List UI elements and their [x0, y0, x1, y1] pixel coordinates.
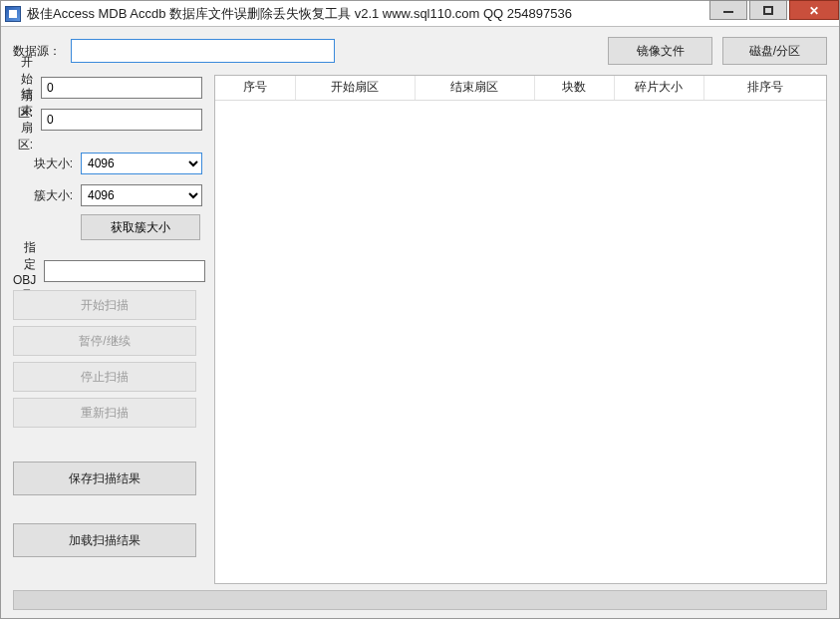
save-result-button[interactable]: 保存扫描结果 [13, 462, 196, 495]
get-cluster-size-button[interactable]: 获取簇大小 [81, 214, 200, 240]
data-source-input[interactable] [71, 39, 335, 63]
col-fragment-size[interactable]: 碎片大小 [614, 76, 703, 100]
maximize-button[interactable] [749, 0, 787, 20]
stop-scan-button[interactable]: 停止扫描 [13, 362, 196, 392]
data-source-row: 数据源： 镜像文件 磁盘/分区 [13, 37, 827, 65]
window-controls [707, 1, 839, 26]
rescan-button[interactable]: 重新扫描 [13, 398, 196, 428]
client-area: 数据源： 镜像文件 磁盘/分区 开始扇区: 结束扇区: 块大小: [1, 27, 839, 618]
col-sort-index[interactable]: 排序号 [703, 76, 826, 100]
right-panel: 序号 开始扇区 结束扇区 块数 碎片大小 排序号 [214, 75, 827, 584]
col-block-count[interactable]: 块数 [534, 76, 614, 100]
result-table[interactable]: 序号 开始扇区 结束扇区 块数 碎片大小 排序号 [214, 75, 827, 584]
block-size-label: 块大小: [13, 155, 73, 172]
obj-input[interactable] [44, 260, 205, 282]
cluster-size-select[interactable]: 4096 [81, 184, 202, 206]
start-scan-button[interactable]: 开始扫描 [13, 290, 196, 320]
image-file-button[interactable]: 镜像文件 [608, 37, 712, 65]
body-row: 开始扇区: 结束扇区: 块大小: 4096 簇大小: [13, 75, 827, 584]
table-header-row: 序号 开始扇区 结束扇区 块数 碎片大小 排序号 [215, 76, 826, 100]
load-result-button[interactable]: 加载扫描结果 [13, 523, 196, 557]
end-sector-input[interactable] [41, 109, 202, 131]
minimize-button[interactable] [709, 0, 747, 20]
status-bar [13, 590, 827, 610]
window-title: 极佳Access MDB Accdb 数据库文件误删除丢失恢复工具 v2.1 w… [27, 5, 707, 23]
col-start-sector[interactable]: 开始扇区 [295, 76, 415, 100]
close-button[interactable] [789, 0, 839, 20]
app-window: 极佳Access MDB Accdb 数据库文件误删除丢失恢复工具 v2.1 w… [0, 0, 840, 619]
table-empty-body [215, 100, 826, 568]
block-size-select[interactable]: 4096 [81, 153, 202, 174]
pause-resume-button[interactable]: 暂停/继续 [13, 326, 196, 356]
col-end-sector[interactable]: 结束扇区 [415, 76, 534, 100]
app-icon [5, 6, 21, 22]
col-index[interactable]: 序号 [215, 76, 295, 100]
start-sector-input[interactable] [41, 77, 202, 99]
disk-partition-button[interactable]: 磁盘/分区 [722, 37, 827, 65]
left-panel: 开始扇区: 结束扇区: 块大小: 4096 簇大小: [13, 75, 202, 584]
title-bar: 极佳Access MDB Accdb 数据库文件误删除丢失恢复工具 v2.1 w… [1, 1, 839, 27]
cluster-size-label: 簇大小: [13, 187, 73, 204]
